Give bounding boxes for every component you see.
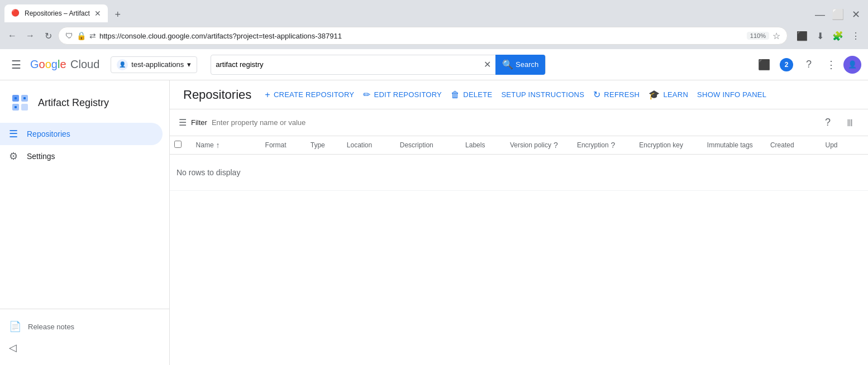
tab-favicon: 🔴 — [11, 9, 20, 18]
zoom-level: 110% — [747, 32, 769, 40]
learn-button[interactable]: 🎓 LEARN — [648, 89, 688, 100]
top-nav: ☰ Google Cloud 👤 test-applications ▾ ✕ 🔍… — [0, 49, 868, 80]
google-cloud-logo: Google Cloud — [30, 58, 99, 71]
more-options-button[interactable]: ⋮ — [821, 55, 841, 75]
page-header: Repositories + CREATE REPOSITORY ✏ EDIT … — [170, 80, 868, 109]
sidebar-bottom: 📄 Release notes ◁ — [0, 309, 169, 365]
filter-icon: ☰ — [179, 117, 187, 128]
maximize-button[interactable]: ⬜ — [830, 7, 846, 22]
nav-icons: ⬛ 2 ? ⋮ 👤 — [754, 55, 861, 75]
column-settings-button[interactable]: ⫼ — [841, 114, 859, 132]
setup-label: SETUP INSTRUCTIONS — [501, 90, 584, 99]
download-button[interactable]: ⬇ — [812, 28, 828, 44]
window-controls: — ⬜ ✕ — [812, 7, 864, 22]
settings-icon: ⚙ — [9, 150, 18, 162]
terminal-button[interactable]: ⬛ — [754, 55, 774, 75]
delete-icon: 🗑 — [451, 90, 460, 100]
reload-button[interactable]: ↻ — [40, 28, 56, 44]
empty-state-row: No rows to display — [170, 155, 868, 191]
main-layout: Artifact Registry ☰ Repositories ⚙ Setti… — [0, 80, 868, 365]
empty-message: No rows to display — [177, 168, 240, 177]
notification-icon: 2 — [780, 58, 793, 71]
show-info-panel-button[interactable]: SHOW INFO PANEL — [697, 90, 766, 99]
collapse-sidebar-button[interactable]: ◁ — [9, 337, 160, 358]
bookmark-icon[interactable]: ☆ — [772, 31, 780, 41]
artifact-registry-logo — [9, 92, 31, 114]
th-encryption[interactable]: Encryption ? — [570, 136, 632, 155]
th-immutable-tags[interactable]: Immutable tags — [700, 136, 764, 155]
th-name[interactable]: Name ↑ — [189, 136, 259, 155]
user-avatar[interactable]: 👤 — [843, 56, 861, 74]
th-version-policy[interactable]: Version policy ? — [503, 136, 570, 155]
edit-repository-label: EDIT REPOSITORY — [374, 90, 442, 99]
refresh-button[interactable]: ↻ REFRESH — [593, 89, 640, 100]
toolbar-actions: ⬛ ⬇ 🧩 ⋮ — [794, 28, 864, 44]
refresh-icon: ↻ — [593, 89, 600, 100]
project-selector[interactable]: 👤 test-applications ▾ — [111, 56, 197, 73]
version-policy-help-icon[interactable]: ? — [554, 141, 558, 150]
learn-icon: 🎓 — [648, 89, 660, 100]
filter-help-button[interactable]: ? — [819, 114, 837, 132]
sidebar-item-settings[interactable]: ⚙ Settings — [0, 145, 163, 167]
table-body: No rows to display — [170, 155, 868, 191]
url-display: https://console.cloud.google.com/artifac… — [99, 32, 743, 40]
search-input[interactable] — [216, 60, 479, 69]
active-tab[interactable]: 🔴 Repositories – Artifact ✕ — [4, 4, 108, 22]
th-labels[interactable]: Labels — [459, 136, 503, 155]
collapse-icon: ◁ — [9, 342, 17, 354]
notifications-button[interactable]: 2 — [776, 55, 797, 75]
create-repository-button[interactable]: + CREATE REPOSITORY — [265, 90, 354, 100]
select-all-checkbox[interactable] — [174, 141, 182, 148]
encryption-help-icon[interactable]: ? — [611, 141, 616, 150]
search-button[interactable]: 🔍 Search — [495, 55, 545, 75]
search-bar: ✕ 🔍 Search — [211, 55, 546, 75]
repositories-table: Name ↑ Format Type Location — [170, 136, 868, 191]
sidebar-app-title: Artifact Registry — [38, 97, 109, 109]
repositories-label: Repositories — [27, 129, 70, 138]
help-button[interactable]: ? — [799, 55, 819, 75]
avatar-image: 👤 — [848, 60, 857, 69]
th-description[interactable]: Description — [393, 136, 459, 155]
settings-label: Settings — [27, 152, 55, 161]
page-title: Repositories — [183, 88, 251, 102]
back-button[interactable]: ← — [4, 28, 20, 44]
sidebar: Artifact Registry ☰ Repositories ⚙ Setti… — [0, 80, 170, 365]
site-info-icon: ⇄ — [89, 31, 96, 40]
learn-label: LEARN — [663, 90, 688, 99]
th-location[interactable]: Location — [340, 136, 393, 155]
setup-instructions-button[interactable]: SETUP INSTRUCTIONS — [501, 90, 584, 99]
extensions-button[interactable]: 🧩 — [830, 28, 846, 44]
th-encryption-key[interactable]: Encryption key — [632, 136, 700, 155]
address-bar[interactable]: 🛡 🔒 ⇄ https://console.cloud.google.com/a… — [58, 27, 788, 45]
th-created[interactable]: Created — [764, 136, 819, 155]
show-info-panel-label: SHOW INFO PANEL — [697, 90, 766, 99]
cast-button[interactable]: ⬛ — [794, 28, 810, 44]
th-format[interactable]: Format — [259, 136, 304, 155]
edit-repository-button[interactable]: ✏ EDIT REPOSITORY — [363, 89, 442, 100]
forward-button[interactable]: → — [22, 28, 38, 44]
hamburger-menu[interactable]: ☰ — [7, 54, 26, 76]
menu-button[interactable]: ⋮ — [848, 28, 864, 44]
header-actions: + CREATE REPOSITORY ✏ EDIT REPOSITORY 🗑 … — [265, 89, 766, 100]
filter-input[interactable] — [212, 118, 814, 127]
minimize-button[interactable]: — — [812, 7, 828, 22]
search-button-label: Search — [516, 60, 538, 69]
close-tab-button[interactable]: ✕ — [94, 9, 101, 18]
search-clear-button[interactable]: ✕ — [484, 59, 491, 70]
filter-actions: ? ⫼ — [819, 114, 859, 132]
filter-bar: ☰ Filter ? ⫼ — [170, 109, 868, 136]
th-updated[interactable]: Upd — [819, 136, 868, 155]
th-type[interactable]: Type — [304, 136, 340, 155]
close-window-button[interactable]: ✕ — [848, 7, 864, 22]
content-area: Repositories + CREATE REPOSITORY ✏ EDIT … — [170, 80, 868, 365]
browser-toolbar: ← → ↻ 🛡 🔒 ⇄ https://console.cloud.google… — [0, 22, 868, 49]
tab-title: Repositories – Artifact — [25, 9, 90, 17]
table-container: Name ↑ Format Type Location — [170, 136, 868, 365]
app-container: ☰ Google Cloud 👤 test-applications ▾ ✕ 🔍… — [0, 49, 868, 365]
delete-button[interactable]: 🗑 DELETE — [451, 90, 492, 100]
release-notes-item[interactable]: 📄 Release notes — [9, 316, 160, 337]
sidebar-item-repositories[interactable]: ☰ Repositories — [0, 123, 163, 145]
release-notes-icon: 📄 — [9, 320, 21, 333]
project-name: test-applications — [131, 60, 184, 69]
new-tab-button[interactable]: + — [110, 7, 126, 22]
